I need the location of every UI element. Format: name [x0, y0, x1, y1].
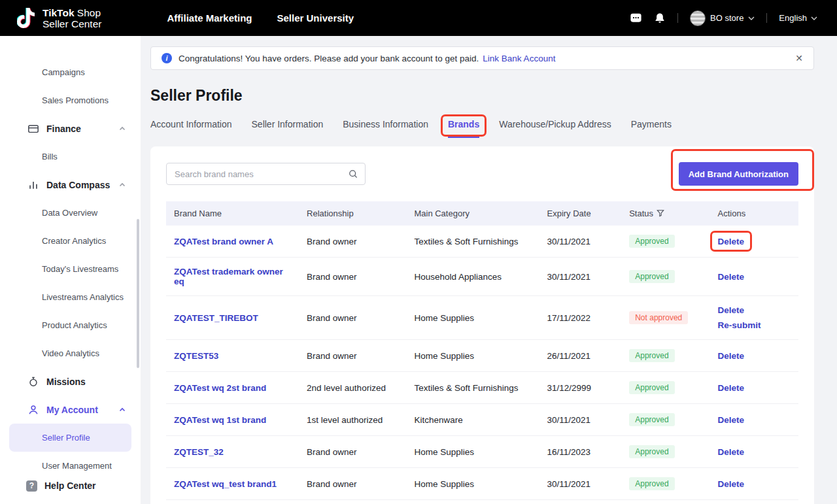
delete-link[interactable]: Delete — [718, 272, 745, 282]
brands-card: Add Brand Authorization Brand NameRelati… — [150, 146, 814, 504]
sidebar-item-video-analytics[interactable]: Video Analytics — [0, 339, 141, 367]
sidebar-item-help-center[interactable]: ? Help Center — [0, 473, 141, 499]
sidebar-nav: CampaignsSales PromotionsFinanceBillsDat… — [0, 36, 141, 480]
column-label: Brand Name — [174, 209, 222, 218]
column-header-status[interactable]: Status — [621, 201, 709, 226]
delete-link[interactable]: Delete — [718, 415, 745, 425]
sidebar-item-finance[interactable]: Finance — [0, 114, 141, 143]
sidebar-item-creator-analytics[interactable]: Creator Analytics — [0, 227, 141, 255]
sidebar-item-label: Finance — [46, 124, 81, 134]
divider — [677, 13, 678, 23]
table-row: ZQATest wq 1st brand1st level authorized… — [166, 404, 798, 436]
tab-payments[interactable]: Payments — [631, 119, 672, 138]
status-badge: Approved — [629, 445, 674, 458]
add-brand-authorization-button[interactable]: Add Brand Authorization — [679, 162, 798, 186]
table-row: ZQATest brand owner ABrand ownerTextiles… — [166, 226, 798, 258]
nav-link-affiliate-marketing[interactable]: Affiliate Marketing — [167, 12, 252, 24]
tab-seller-information[interactable]: Seller Information — [252, 119, 324, 138]
nav-link-seller-university[interactable]: Seller University — [277, 12, 354, 24]
finance-icon — [27, 123, 39, 135]
column-label: Main Category — [414, 209, 470, 218]
sidebar-item-sales-promotions[interactable]: Sales Promotions — [0, 86, 141, 114]
actions-cell: Delete — [710, 468, 798, 500]
sidebar-item-missions[interactable]: Missions — [0, 367, 141, 395]
relationship-cell: 2nd level authorized — [299, 500, 406, 504]
delete-link[interactable]: Delete — [718, 479, 745, 489]
tab-account-information[interactable]: Account Information — [150, 119, 232, 138]
delete-link[interactable]: Delete — [718, 447, 745, 457]
status-cell: Not approved — [621, 296, 709, 340]
messages-icon[interactable] — [630, 12, 642, 24]
tab-brands[interactable]: Brands — [448, 119, 479, 138]
sidebar-item-livestreams-analytics[interactable]: Livestreams Analytics — [0, 283, 141, 311]
logo-shop: Shop — [77, 7, 101, 18]
brands-toolbar: Add Brand Authorization — [166, 162, 798, 186]
table-row: ZQTEST_32Brand ownerHome Supplies16/11/2… — [166, 436, 798, 468]
table-row: ZQATest wq 2st brand2nd level authorized… — [166, 372, 798, 404]
sidebar-item-data-compass[interactable]: Data Compass — [0, 171, 141, 199]
tab-business-information[interactable]: Business Information — [343, 119, 428, 138]
logo-brand: TikTok — [43, 7, 75, 18]
main-category-cell: Kitchenware — [406, 404, 539, 436]
logo-subtitle: Seller Center — [43, 18, 101, 29]
add-brand-button-wrap: Add Brand Authorization — [679, 162, 798, 186]
relationship-cell: 1st level authorized — [299, 404, 406, 436]
delete-link[interactable]: Delete — [718, 351, 745, 361]
actions-cell: DeleteRe-submit — [710, 296, 798, 340]
status-cell: Approved — [621, 500, 709, 504]
data-compass-icon — [27, 179, 39, 191]
re-submit-link[interactable]: Re-submit — [718, 320, 761, 330]
info-icon: i — [162, 53, 172, 63]
delete-link[interactable]: Delete — [718, 237, 745, 246]
actions-cell: Delete — [710, 500, 798, 504]
sidebar-item-seller-profile[interactable]: Seller Profile — [9, 424, 131, 452]
relationship-cell: Brand owner — [299, 340, 406, 372]
brand-name-link[interactable]: ZQATEST_TIREBOT — [174, 313, 258, 323]
delete-link[interactable]: Delete — [718, 305, 745, 315]
filter-icon[interactable] — [657, 209, 664, 217]
brand-name-link[interactable]: ZQATest wq_test brand1 — [174, 479, 277, 489]
brand-name-cell: ZQATest wq_test brand1 — [166, 468, 299, 500]
close-icon[interactable]: ✕ — [795, 54, 803, 63]
status-badge: Approved — [629, 477, 674, 490]
expiry-date-cell: 31/12/2999 — [539, 372, 622, 404]
brand-name-link[interactable]: ZQATest wq 1st brand — [174, 415, 266, 425]
sidebar-item-product-analytics[interactable]: Product Analytics — [0, 311, 141, 339]
help-label: Help Center — [44, 480, 96, 491]
sidebar-item-bills[interactable]: Bills — [0, 143, 141, 171]
delete-link[interactable]: Delete — [718, 383, 745, 393]
brand-name-link[interactable]: ZQTEST_32 — [174, 447, 224, 457]
brand-name-link[interactable]: ZQTEST53 — [174, 351, 218, 361]
actions-cell: Delete — [710, 258, 798, 296]
my-account-icon — [27, 404, 39, 416]
link-bank-account-link[interactable]: Link Bank Account — [483, 54, 555, 63]
brand-name-link[interactable]: ZQATest trademark owner eq — [174, 267, 283, 286]
brand-name-link[interactable]: ZQATest brand owner A — [174, 237, 273, 246]
brand-name-link[interactable]: ZQATest wq 2st brand — [174, 383, 266, 393]
table-row: ZQATEST_TIREBOTBrand ownerHome Supplies1… — [166, 296, 798, 340]
actions-cell: Delete — [710, 436, 798, 468]
table-row: ZQATest trademark owner eqBrand ownerHou… — [166, 258, 798, 296]
language-label: English — [779, 13, 807, 23]
main-category-cell: Home Supplies — [406, 500, 539, 504]
search-icon[interactable] — [348, 169, 358, 179]
search-input[interactable] — [166, 163, 366, 185]
notification-bell-icon[interactable] — [654, 12, 666, 24]
expiry-date-cell: 30/11/2021 — [539, 404, 622, 436]
tab-warehouse-pickup-address[interactable]: Warehouse/Pickup Address — [499, 119, 611, 138]
help-icon: ? — [26, 480, 37, 492]
sidebar-item-campaigns[interactable]: Campaigns — [0, 58, 141, 86]
sidebar-item-data-overview[interactable]: Data Overview — [0, 199, 141, 227]
language-menu[interactable]: English — [779, 13, 817, 23]
tiktok-shop-logo[interactable]: TikTok Shop Seller Center — [17, 7, 101, 29]
sidebar-scrollbar-thumb[interactable] — [137, 219, 139, 368]
sidebar: CampaignsSales PromotionsFinanceBillsDat… — [0, 36, 141, 504]
brand-name-cell: ZQATest wq 1st brand — [166, 404, 299, 436]
status-badge: Approved — [629, 381, 674, 394]
store-menu[interactable]: BO store — [690, 10, 755, 26]
table-header-row: Brand NameRelationshipMain CategoryExpir… — [166, 201, 798, 226]
sidebar-item-today-s-livestreams[interactable]: Today's Livestreams — [0, 255, 141, 283]
navbar-right: BO store English — [630, 10, 837, 26]
expiry-date-cell: 30/11/2021 — [539, 258, 622, 296]
sidebar-item-my-account[interactable]: My Account — [0, 395, 141, 424]
